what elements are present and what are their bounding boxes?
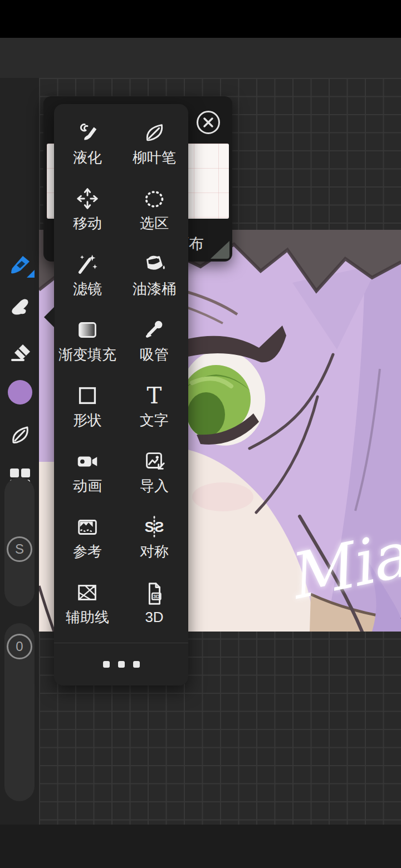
svg-text:S: S bbox=[145, 519, 154, 534]
svg-text:T: T bbox=[147, 383, 162, 408]
tool-3d[interactable]: 3D 3D bbox=[121, 570, 188, 636]
liquify-brush-icon bbox=[75, 120, 100, 146]
tool-guide-lines[interactable]: 辅助线 bbox=[54, 570, 121, 636]
tool-grid: 液化 柳叶笔 bbox=[54, 111, 188, 636]
guide-lines-icon bbox=[75, 580, 100, 605]
tool-symmetry[interactable]: S S 对称 bbox=[121, 505, 188, 570]
tool-text[interactable]: T 文字 bbox=[121, 373, 188, 439]
status-bar bbox=[0, 0, 401, 38]
tool-selection[interactable]: 选区 bbox=[121, 176, 188, 242]
move-arrows-icon bbox=[75, 186, 100, 211]
tool-willow-leaf-pen[interactable]: 柳叶笔 bbox=[121, 111, 188, 176]
gradient-fill-icon bbox=[75, 317, 100, 343]
tool-label: 辅助线 bbox=[66, 608, 109, 627]
willow-leaf-pen-icon bbox=[141, 120, 167, 146]
tool-animation[interactable]: 动画 bbox=[54, 439, 121, 505]
eyedropper-icon bbox=[141, 317, 167, 343]
tool-label: 形状 bbox=[73, 411, 102, 430]
tool-move[interactable]: 移动 bbox=[54, 176, 121, 242]
import-image-icon bbox=[141, 448, 167, 474]
sidebar-item-leaf-pen[interactable] bbox=[7, 422, 33, 448]
app-screen: Mia Mia bbox=[0, 0, 401, 868]
brush-size-label: S bbox=[15, 541, 24, 557]
tool-label: 选区 bbox=[140, 214, 169, 233]
svg-text:S: S bbox=[155, 519, 164, 534]
popup-anchor-arrow bbox=[44, 307, 55, 328]
video-camera-icon bbox=[75, 448, 100, 474]
symmetry-icon: S S bbox=[141, 514, 167, 540]
tool-paint-bucket[interactable]: 油漆桶 bbox=[121, 242, 188, 308]
android-nav-bar bbox=[0, 825, 401, 868]
close-tools-button[interactable] bbox=[197, 111, 220, 134]
text-tool-icon: T bbox=[141, 383, 167, 408]
tool-gradient-fill[interactable]: 渐变填充 bbox=[54, 308, 121, 373]
brush-submenu-indicator bbox=[27, 270, 35, 278]
tool-label: 对称 bbox=[140, 542, 169, 561]
tool-label: 文字 bbox=[140, 411, 169, 430]
tool-label: 移动 bbox=[73, 214, 102, 233]
ellipsis-dots-icon bbox=[133, 661, 140, 668]
shape-square-icon bbox=[75, 383, 100, 408]
tool-label: 渐变填充 bbox=[58, 345, 116, 364]
tool-label: 油漆桶 bbox=[133, 279, 176, 299]
tool-liquify[interactable]: 液化 bbox=[54, 111, 121, 176]
tool-label: 动画 bbox=[73, 476, 102, 496]
sidebar-item-smudge[interactable] bbox=[7, 294, 33, 320]
leaf-icon bbox=[7, 422, 33, 448]
reference-image-icon bbox=[75, 514, 100, 540]
sidebar-item-color-swatch[interactable] bbox=[8, 380, 32, 405]
opacity-knob[interactable]: 0 bbox=[7, 634, 32, 659]
tool-filter[interactable]: 滤镜 bbox=[54, 242, 121, 308]
brush-size-knob[interactable]: S bbox=[7, 536, 32, 562]
smudge-finger-icon bbox=[7, 294, 33, 320]
tool-shape[interactable]: 形状 bbox=[54, 373, 121, 439]
tool-label: 吸管 bbox=[140, 345, 169, 364]
circle-x-icon bbox=[203, 117, 214, 128]
tool-label: 参考 bbox=[73, 542, 102, 561]
selection-dashed-icon bbox=[141, 186, 167, 211]
tools-popup: 液化 柳叶笔 bbox=[54, 104, 188, 685]
page-fold-icon bbox=[209, 240, 231, 260]
tool-label: 柳叶笔 bbox=[133, 148, 176, 167]
tool-label: 液化 bbox=[73, 148, 102, 167]
ellipsis-dots-icon bbox=[103, 661, 110, 668]
tool-eyedropper[interactable]: 吸管 bbox=[121, 308, 188, 373]
opacity-label: 0 bbox=[16, 639, 23, 654]
svg-text:3D: 3D bbox=[153, 594, 160, 599]
tool-label: 3D bbox=[145, 609, 163, 626]
sidebar-item-eraser[interactable] bbox=[7, 338, 33, 365]
threed-file-icon: 3D bbox=[141, 581, 167, 606]
tool-import[interactable]: 导入 bbox=[121, 439, 188, 505]
tool-sidebar: S 0 bbox=[0, 78, 39, 825]
more-tools-button[interactable] bbox=[54, 643, 188, 685]
tool-reference[interactable]: 参考 bbox=[54, 505, 121, 570]
top-toolbar bbox=[0, 38, 401, 78]
magic-wand-icon bbox=[75, 251, 100, 277]
tool-label: 导入 bbox=[140, 476, 169, 496]
ellipsis-dots-icon bbox=[118, 661, 125, 668]
tool-label: 滤镜 bbox=[73, 279, 102, 299]
eraser-icon bbox=[7, 338, 33, 365]
paint-bucket-icon bbox=[141, 251, 167, 277]
